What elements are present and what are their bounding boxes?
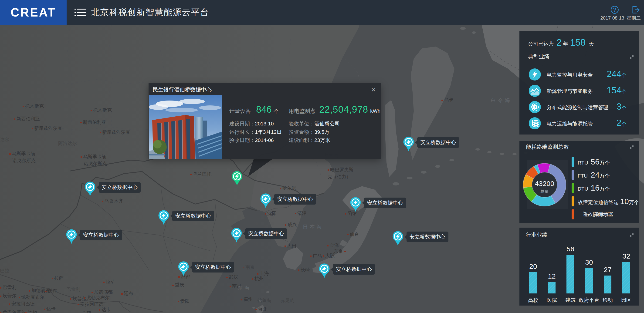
svg-text:?: ? bbox=[613, 7, 616, 13]
